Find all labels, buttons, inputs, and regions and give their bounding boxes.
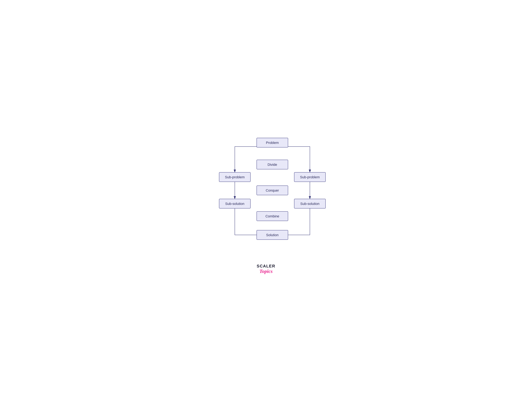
page-container: Problem Sub-problem Sub-problem Sub-solu… [196, 122, 336, 287]
conquer-label: Conquer [266, 188, 279, 192]
divide-label: Divide [268, 163, 277, 167]
sub-problem-left-label: Sub-problem [225, 175, 245, 179]
brand-scaler-text: SCALER [257, 264, 275, 269]
problem-label: Problem [266, 141, 279, 145]
sub-problem-right-label: Sub-problem [300, 175, 320, 179]
sub-solution-left-label: Sub-solution [225, 202, 244, 206]
diagram-svg: Problem Sub-problem Sub-problem Sub-solu… [202, 132, 343, 254]
combine-label: Combine [265, 214, 279, 218]
diagram-area: Problem Sub-problem Sub-problem Sub-solu… [202, 132, 330, 254]
brand-topics-text: Topics [259, 269, 272, 274]
sub-solution-right-label: Sub-solution [300, 202, 319, 206]
solution-label: Solution [266, 233, 279, 237]
brand: SCALER Topics [257, 264, 275, 274]
